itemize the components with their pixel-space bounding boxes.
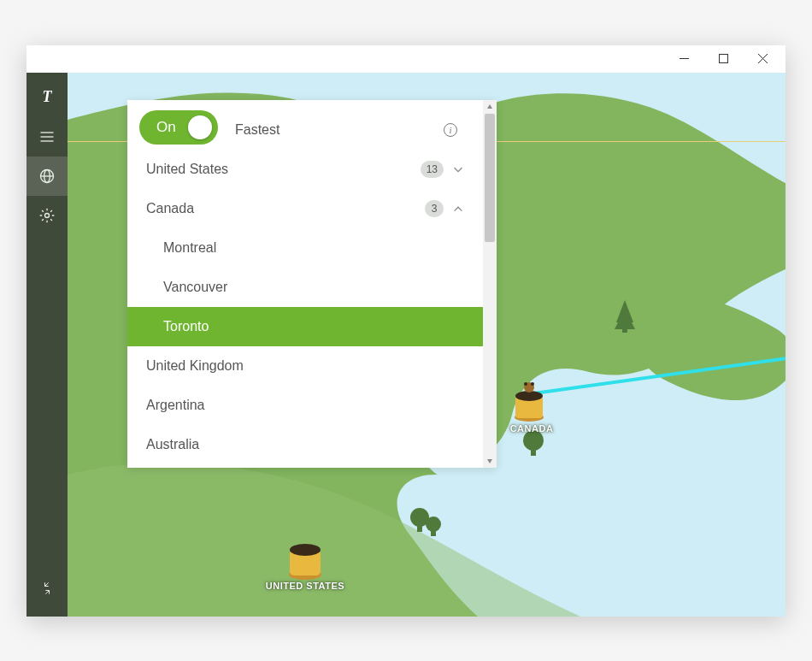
scroll-down-button[interactable]	[483, 454, 497, 468]
location-item-argentina[interactable]: Argentina	[127, 386, 483, 425]
location-count: 3	[425, 200, 444, 217]
titlebar	[26, 45, 786, 73]
menu-icon	[38, 128, 56, 145]
panel-scrollbar[interactable]	[483, 100, 497, 468]
map-marker-us	[289, 544, 321, 580]
maximize-button[interactable]	[703, 45, 743, 73]
location-item-us[interactable]: United States 13	[127, 150, 483, 189]
svg-rect-19	[417, 524, 422, 532]
location-list: Fastest i United States 13 Canada 3	[127, 110, 483, 468]
app-window: T	[26, 45, 786, 617]
svg-rect-17	[531, 447, 536, 456]
location-item-canada[interactable]: Canada 3	[127, 189, 483, 228]
toggle-label: On	[156, 119, 176, 136]
toggle-knob	[188, 115, 212, 139]
map-label-us: UNITED STATES	[266, 581, 344, 591]
location-city-montreal[interactable]: Montreal	[127, 228, 483, 268]
svg-rect-15	[622, 328, 627, 333]
location-panel: On Fastest i United States 13	[127, 100, 497, 468]
sidebar-menu[interactable]	[26, 117, 68, 156]
svg-point-10	[45, 213, 50, 217]
scroll-up-button[interactable]	[483, 100, 497, 114]
chevron-down-icon	[452, 163, 464, 175]
scroll-thumb[interactable]	[485, 114, 495, 242]
minimize-button[interactable]	[664, 45, 703, 73]
svg-point-30	[290, 544, 321, 556]
svg-marker-31	[487, 104, 492, 109]
close-button[interactable]	[743, 45, 782, 73]
location-city-vancouver[interactable]: Vancouver	[127, 268, 483, 307]
map-label-canada: CANADA	[510, 423, 554, 434]
location-city-toronto[interactable]: Toronto	[127, 307, 483, 346]
app-logo: T	[26, 78, 68, 117]
svg-point-26	[524, 382, 527, 386]
gear-icon	[38, 207, 56, 224]
location-count: 13	[421, 161, 444, 178]
location-fastest[interactable]: Fastest i	[216, 110, 483, 150]
sidebar-settings[interactable]	[26, 196, 68, 235]
chevron-up-icon	[452, 203, 464, 215]
sidebar-collapse[interactable]	[26, 569, 68, 608]
sidebar: T	[26, 73, 68, 617]
svg-rect-1	[719, 55, 727, 63]
svg-marker-32	[487, 459, 492, 463]
globe-icon	[38, 168, 56, 185]
app-body: T	[26, 73, 786, 617]
connection-toggle[interactable]: On	[139, 110, 218, 145]
info-icon[interactable]: i	[444, 123, 457, 137]
svg-point-27	[531, 382, 534, 386]
sidebar-locations[interactable]	[26, 156, 68, 196]
collapse-icon	[38, 580, 56, 597]
location-item-australia[interactable]: Australia	[127, 425, 483, 464]
svg-rect-21	[431, 529, 436, 536]
location-item-uk[interactable]: United Kingdom	[127, 346, 483, 386]
